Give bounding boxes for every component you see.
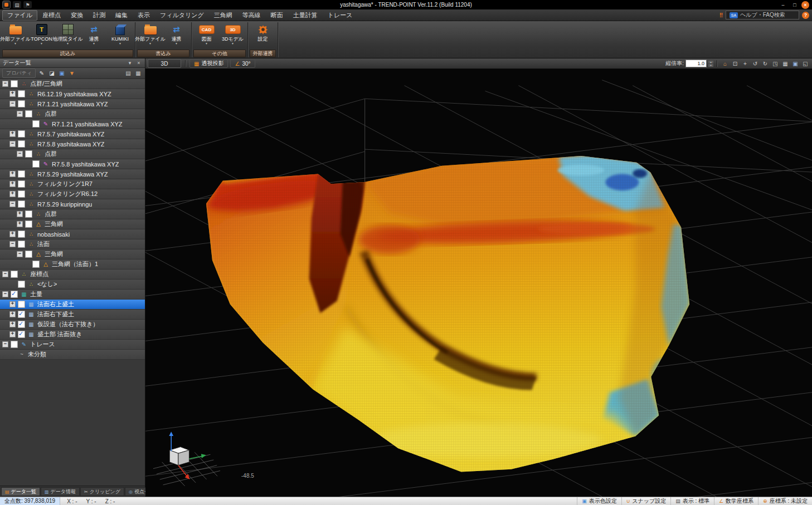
expander-expand-icon[interactable]: + (9, 91, 16, 97)
statusbar-item[interactable]: ▤表示 : 標準 (670, 497, 714, 505)
menu-item[interactable]: ファイル (2, 10, 37, 21)
help-button[interactable]: ? (802, 12, 809, 19)
expander-expand-icon[interactable]: + (9, 311, 16, 317)
expander-expand-icon[interactable]: + (9, 301, 16, 307)
visibility-checkbox[interactable] (11, 271, 18, 278)
visibility-checkbox[interactable] (11, 80, 18, 87)
expander-collapse-icon[interactable]: − (17, 111, 23, 117)
menu-item[interactable]: 編集 (110, 10, 133, 21)
filter-icon[interactable]: ▼ (67, 69, 76, 77)
eraser-icon[interactable]: ◪ (47, 69, 56, 77)
pan-icon[interactable]: + (741, 60, 750, 67)
menu-item[interactable]: 土量計算 (288, 10, 323, 21)
expander-collapse-icon[interactable]: − (2, 291, 8, 297)
tree-row[interactable]: −▦土量 (0, 290, 145, 300)
visibility-checkbox[interactable] (18, 100, 25, 107)
tree-row[interactable]: +▦法面右下盛土 (0, 310, 145, 320)
expander-collapse-icon[interactable]: − (9, 201, 16, 207)
scale-spinner[interactable]: ▲▼ (708, 61, 713, 67)
expander-expand-icon[interactable]: + (9, 171, 16, 177)
tree-row[interactable]: +∴R7.5.29 yashitakawa XYZ (0, 169, 145, 179)
ribbon-button[interactable]: 外部ファイル▼ (137, 22, 163, 49)
ribbon-button[interactable]: 地理院タイル▼ (55, 22, 81, 49)
visibility-checkbox[interactable] (11, 341, 18, 348)
statusbar-item[interactable]: ∪スナップ設定 (621, 497, 671, 505)
expander-collapse-icon[interactable]: − (2, 341, 8, 347)
panel-tab[interactable]: ✂クリッピング (80, 487, 124, 496)
expander-collapse-icon[interactable]: − (17, 151, 23, 157)
visibility-checkbox[interactable] (25, 210, 32, 218)
viewport-canvas[interactable]: -48.5 (145, 69, 812, 497)
statusbar-item[interactable]: ∠数学座標系 (714, 497, 758, 505)
minimize-button[interactable]: – (778, 1, 788, 8)
ribbon-button[interactable]: CAD図面▼ (193, 22, 220, 49)
viewport-tab-3d[interactable]: 3D (148, 59, 181, 68)
visibility-checkbox[interactable] (32, 120, 40, 128)
panel-close-icon[interactable]: × (135, 60, 142, 66)
expander-expand-icon[interactable]: + (17, 221, 23, 227)
detail-view-icon[interactable]: ▦ (134, 69, 143, 77)
ribbon-button[interactable]: 3D3Dモデル▼ (220, 22, 246, 49)
statusbar-item[interactable]: ▣表示色設定 (577, 497, 621, 505)
menu-item[interactable]: 等高線 (237, 10, 266, 21)
tree-row[interactable]: ✎R7.5.8 yashitakawa XYZ (0, 159, 145, 169)
help-search-input[interactable]: SA ヘルプ・FAQ検索 (726, 11, 799, 19)
visibility-checkbox[interactable] (18, 331, 25, 338)
maximize-button[interactable]: □ (790, 1, 800, 8)
menu-item[interactable]: トレース (323, 10, 358, 21)
visibility-checkbox[interactable] (18, 180, 25, 188)
tree-row[interactable]: +∴R7.5.7 yashitakawa XYZ (0, 129, 145, 139)
visibility-checkbox[interactable] (25, 150, 32, 158)
menu-item[interactable]: 変換 (66, 10, 88, 21)
visibility-checkbox[interactable] (18, 140, 25, 148)
tree-row[interactable]: +▦仮設道（法右下抜き） (0, 320, 145, 330)
visibility-checkbox[interactable] (18, 321, 25, 328)
menu-item[interactable]: フィルタリング (155, 10, 209, 21)
capture-icon[interactable]: ▣ (791, 60, 800, 67)
save-icon[interactable]: ▤ (13, 1, 21, 8)
vertical-scale-input[interactable]: 1.0 (685, 60, 707, 67)
rotate-left-icon[interactable]: ↺ (751, 60, 760, 67)
tree-row[interactable]: −∴点群/三角網 (0, 79, 145, 89)
expander-expand-icon[interactable]: + (9, 321, 16, 327)
expander-expand-icon[interactable]: + (17, 211, 23, 217)
visibility-checkbox[interactable] (11, 291, 18, 298)
menu-item[interactable]: 三角網 (209, 10, 237, 21)
rotate-right-icon[interactable]: ↻ (761, 60, 770, 67)
tree-row[interactable]: +▦法面右上盛土 (0, 300, 145, 310)
visibility-checkbox[interactable] (18, 311, 25, 318)
tree-row[interactable]: −∴R7.5.8 yashitakawa XYZ (0, 139, 145, 149)
menu-item[interactable]: 座標点 (37, 10, 66, 21)
properties-button[interactable]: プロパティ (2, 68, 36, 78)
visibility-checkbox[interactable] (25, 110, 32, 117)
tree-row[interactable]: −∴点群 (0, 149, 145, 159)
home-icon[interactable]: ⌂ (721, 60, 730, 67)
grid-toggle-icon[interactable]: ▦ (781, 60, 790, 67)
tree-row[interactable]: +∴R6.12.19 yashitakawa XYZ (0, 89, 145, 99)
visibility-checkbox[interactable] (18, 200, 25, 208)
tree-row[interactable]: +∴フィルタリングR6.12 (0, 189, 145, 199)
tree-row[interactable]: +∴フィルタリング1R7 (0, 179, 145, 189)
expander-expand-icon[interactable]: + (9, 181, 16, 187)
pin-icon[interactable]: ⚑ (23, 1, 32, 8)
expander-expand-icon[interactable]: + (9, 191, 16, 197)
expander-expand-icon[interactable]: + (9, 131, 16, 137)
visibility-checkbox[interactable] (18, 301, 25, 308)
close-button[interactable]: × (801, 1, 809, 9)
tree-row[interactable]: ~未分類 (0, 350, 145, 360)
visibility-checkbox[interactable] (18, 170, 25, 178)
visibility-checkbox[interactable] (25, 220, 32, 228)
visibility-checkbox[interactable] (18, 130, 25, 138)
tree-row[interactable]: +△三角網 (0, 219, 145, 229)
tree-row[interactable]: +▦盛土部 法面抜き (0, 330, 145, 340)
pencil-icon[interactable]: ✎ (37, 69, 46, 77)
zoom-fit-icon[interactable]: ⊡ (731, 60, 740, 67)
ribbon-button[interactable]: 外部ファイル▼ (2, 22, 28, 49)
ribbon-button[interactable]: TTOPCON▼ (28, 22, 55, 49)
tree-row[interactable]: +∴nobashisaki (0, 229, 145, 239)
visibility-checkbox[interactable] (32, 261, 40, 268)
expander-collapse-icon[interactable]: − (9, 101, 16, 107)
visibility-checkbox[interactable] (18, 241, 25, 248)
tree-row[interactable]: −∴座標点 (0, 269, 145, 280)
panel-tab[interactable]: ▤データ一覧 (1, 487, 40, 496)
